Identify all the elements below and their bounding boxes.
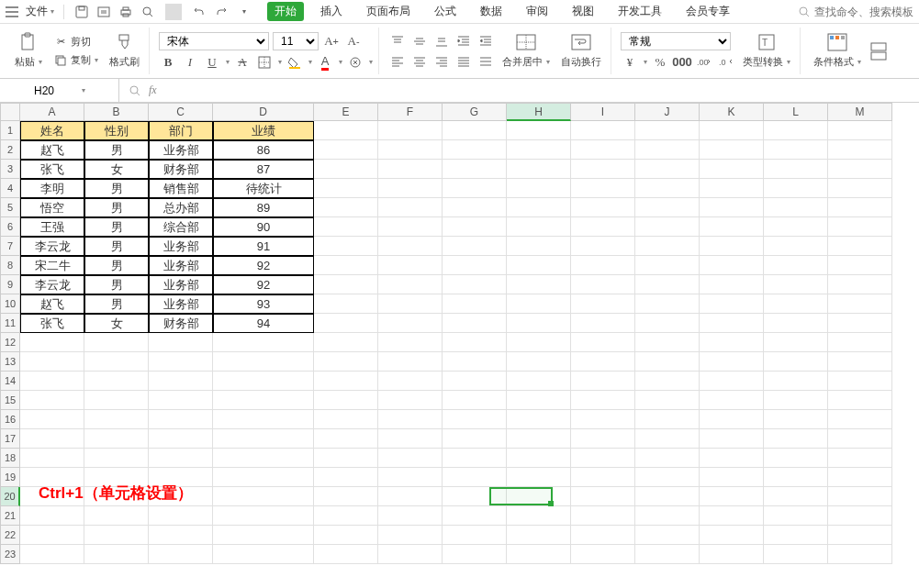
cell[interactable]	[764, 391, 828, 410]
cell[interactable]	[314, 372, 378, 391]
cell[interactable]	[828, 487, 892, 506]
cell[interactable]	[635, 256, 700, 275]
print-icon[interactable]	[118, 4, 134, 20]
col-header-J[interactable]: J	[635, 103, 700, 121]
cell[interactable]: 张飞	[20, 314, 84, 333]
cell[interactable]	[443, 217, 507, 237]
cell[interactable]	[700, 352, 764, 372]
cell[interactable]	[635, 179, 700, 198]
cell[interactable]	[507, 121, 571, 140]
tab-start[interactable]: 开始	[267, 2, 304, 21]
cell[interactable]	[828, 121, 892, 140]
cell[interactable]	[635, 160, 700, 179]
cell[interactable]	[828, 314, 892, 333]
row-header[interactable]: 21	[0, 506, 20, 526]
cell[interactable]	[828, 294, 892, 314]
col-header-I[interactable]: I	[571, 103, 635, 121]
cell[interactable]	[149, 333, 213, 352]
cell[interactable]	[700, 410, 764, 429]
cell[interactable]: 业务部	[149, 294, 213, 314]
justify-icon[interactable]	[454, 53, 473, 70]
cell[interactable]	[443, 333, 507, 352]
cell[interactable]	[314, 256, 378, 275]
cell[interactable]	[314, 179, 378, 198]
cell[interactable]	[314, 275, 378, 294]
cell[interactable]	[507, 545, 571, 564]
tab-review[interactable]: 审阅	[519, 2, 555, 21]
cell[interactable]	[314, 294, 378, 314]
cell[interactable]	[507, 526, 571, 545]
cell[interactable]	[378, 429, 443, 449]
row-header[interactable]: 2	[0, 140, 20, 160]
search-box[interactable]	[798, 6, 915, 18]
cell[interactable]	[635, 275, 700, 294]
cell[interactable]	[149, 352, 213, 372]
cell[interactable]	[828, 217, 892, 237]
cell[interactable]	[764, 237, 828, 256]
tab-page-layout[interactable]: 页面布局	[359, 2, 418, 21]
cell[interactable]	[443, 140, 507, 160]
fill-color-button[interactable]	[286, 54, 304, 71]
cell[interactable]	[507, 487, 571, 506]
percent-icon[interactable]: %	[651, 54, 669, 71]
cell[interactable]: 男	[84, 217, 149, 237]
cell[interactable]	[20, 391, 84, 410]
tab-dev-tools[interactable]: 开发工具	[611, 2, 669, 21]
row-header[interactable]: 5	[0, 198, 20, 217]
cell[interactable]	[700, 275, 764, 294]
paste-button[interactable]: 粘贴▾	[11, 54, 46, 70]
cell[interactable]	[635, 391, 700, 410]
cell[interactable]	[828, 140, 892, 160]
cell[interactable]	[571, 256, 635, 275]
cell[interactable]	[764, 275, 828, 294]
cell[interactable]: 部门	[149, 121, 213, 140]
number-format-select[interactable]: 常规	[621, 32, 731, 50]
cell[interactable]: 94	[213, 314, 314, 333]
fx-icon[interactable]: fx	[149, 83, 157, 97]
cell[interactable]	[507, 429, 571, 449]
cell[interactable]: 87	[213, 160, 314, 179]
cell[interactable]	[213, 352, 314, 372]
cell[interactable]	[213, 468, 314, 487]
col-header-L[interactable]: L	[764, 103, 828, 121]
cell[interactable]	[378, 275, 443, 294]
cell[interactable]	[635, 468, 700, 487]
cell[interactable]: 92	[213, 275, 314, 294]
cell[interactable]	[20, 333, 84, 352]
cell[interactable]	[378, 352, 443, 372]
cell[interactable]	[314, 160, 378, 179]
cell[interactable]	[378, 179, 443, 198]
cell[interactable]	[378, 294, 443, 314]
cell[interactable]	[571, 160, 635, 179]
cell[interactable]: 女	[84, 160, 149, 179]
cell[interactable]	[571, 545, 635, 564]
cell[interactable]	[635, 121, 700, 140]
cell[interactable]	[213, 372, 314, 391]
cell[interactable]	[443, 487, 507, 506]
cell[interactable]	[571, 468, 635, 487]
cell[interactable]	[764, 217, 828, 237]
row-header[interactable]: 19	[0, 468, 20, 487]
cell[interactable]: 待统计	[213, 179, 314, 198]
paste-icon[interactable]	[18, 32, 39, 52]
cell[interactable]: 总办部	[149, 198, 213, 217]
cell[interactable]	[443, 121, 507, 140]
cell[interactable]	[700, 140, 764, 160]
cell[interactable]	[700, 179, 764, 198]
cell[interactable]	[700, 198, 764, 217]
cell[interactable]: 业务部	[149, 256, 213, 275]
cell[interactable]	[20, 526, 84, 545]
cell[interactable]: 宋二牛	[20, 256, 84, 275]
cell[interactable]	[20, 449, 84, 468]
cell[interactable]	[828, 237, 892, 256]
cell[interactable]: 悟空	[20, 198, 84, 217]
cell[interactable]	[378, 121, 443, 140]
cell[interactable]	[507, 237, 571, 256]
row-header[interactable]: 7	[0, 237, 20, 256]
col-header-G[interactable]: G	[443, 103, 507, 121]
cell[interactable]	[764, 487, 828, 506]
cell[interactable]	[314, 352, 378, 372]
cell[interactable]	[314, 545, 378, 564]
cell[interactable]	[507, 333, 571, 352]
cell[interactable]: 性别	[84, 121, 149, 140]
